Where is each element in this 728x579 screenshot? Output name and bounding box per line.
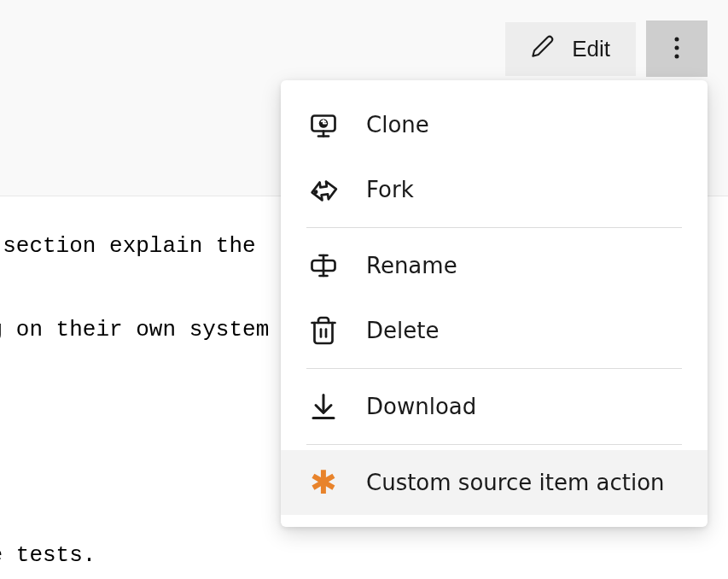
fork-icon (306, 173, 341, 207)
more-actions-button[interactable] (646, 20, 708, 77)
svg-point-1 (675, 45, 679, 50)
menu-item-label: Clone (366, 112, 429, 137)
menu-item-label: Delete (366, 318, 439, 343)
menu-item-rename[interactable]: Rename (281, 233, 708, 298)
edit-button-label: Edit (572, 36, 610, 62)
clone-icon (306, 108, 341, 142)
menu-item-fork[interactable]: Fork (281, 157, 708, 222)
toolbar: Edit (505, 20, 708, 77)
pencil-icon (531, 34, 555, 64)
menu-item-delete[interactable]: Delete (281, 298, 708, 363)
code-text-line: ne tests. (0, 540, 96, 570)
menu-divider (306, 227, 682, 228)
asterisk-icon: ✱ (306, 465, 341, 500)
edit-button[interactable]: Edit (505, 22, 636, 76)
code-text-line: ng on their own system (0, 314, 269, 345)
menu-item-label: Rename (366, 253, 457, 278)
menu-divider (306, 368, 682, 369)
vertical-dots-icon (674, 36, 679, 62)
code-text-line: s section explain the (0, 231, 256, 261)
menu-item-custom-action[interactable]: ✱ Custom source item action (281, 450, 708, 515)
more-actions-dropdown: Clone Fork Rename (281, 80, 708, 527)
rename-icon (306, 249, 341, 283)
menu-item-label: Custom source item action (366, 470, 665, 495)
svg-point-2 (675, 54, 679, 58)
menu-item-label: Fork (366, 177, 414, 202)
menu-item-clone[interactable]: Clone (281, 92, 708, 157)
menu-item-label: Download (366, 394, 476, 419)
svg-point-0 (675, 37, 679, 41)
trash-icon (306, 313, 341, 348)
menu-divider (306, 444, 682, 445)
download-icon (306, 389, 341, 424)
menu-item-download[interactable]: Download (281, 374, 708, 439)
